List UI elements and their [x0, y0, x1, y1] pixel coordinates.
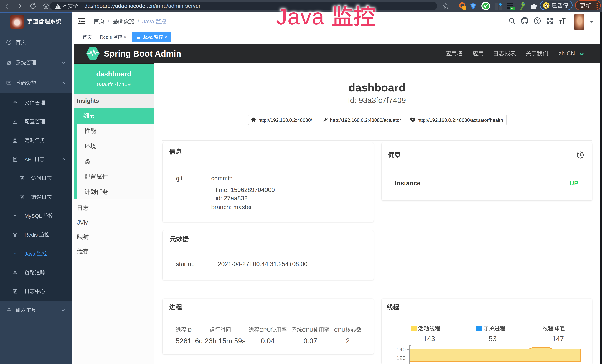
svg-text:1: 1	[463, 6, 465, 10]
svg-text:on: on	[511, 7, 514, 10]
